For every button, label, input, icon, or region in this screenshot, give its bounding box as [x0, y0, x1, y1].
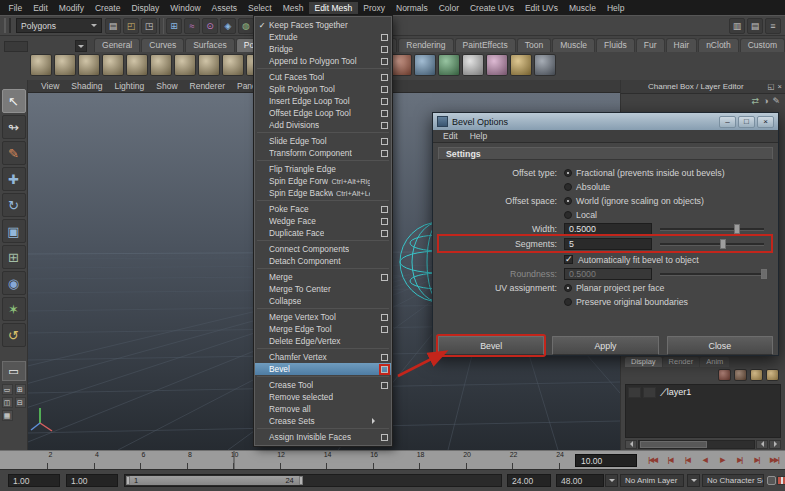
menu-item[interactable]: Remove selected — [255, 391, 391, 403]
menu-bar-item[interactable]: Help — [601, 2, 629, 14]
attribute-editor-toggle-icon[interactable]: ▥ — [729, 18, 745, 34]
poly-plane-icon[interactable] — [126, 54, 148, 76]
new-empty-layer-icon[interactable] — [750, 369, 763, 381]
open-scene-icon[interactable]: ◰ — [123, 18, 139, 34]
shelf-tab[interactable]: Toon — [517, 38, 551, 52]
menu-bar-item[interactable]: Window — [165, 2, 206, 14]
menu-item[interactable] — [257, 268, 389, 269]
menu-item[interactable] — [257, 160, 389, 161]
single-pane-layout-button[interactable]: ▭ — [2, 361, 26, 381]
poly-cylinder-icon[interactable] — [78, 54, 100, 76]
menu-item[interactable] — [257, 308, 389, 309]
menu-bar-item[interactable]: Mesh — [277, 2, 309, 14]
menu-item[interactable] — [257, 200, 389, 201]
menu-bar-item[interactable]: Edit — [28, 2, 54, 14]
shelf-tab[interactable]: PaintEffects — [455, 38, 516, 52]
snap-to-plane-icon[interactable]: ◈ — [220, 18, 236, 34]
step-back-key-button[interactable]: |◀ — [679, 453, 696, 467]
scrollbar-track[interactable] — [638, 440, 755, 449]
option-box-icon[interactable] — [381, 326, 388, 333]
shelf-tab[interactable]: Fur — [636, 38, 665, 52]
layer-visibility-cell[interactable] — [628, 387, 641, 398]
option-box-icon[interactable] — [381, 110, 388, 117]
tool-settings-toggle-icon[interactable]: ▤ — [747, 18, 763, 34]
width-slider[interactable] — [660, 223, 764, 235]
auto-keyframe-toggle-icon[interactable] — [767, 476, 776, 485]
menu-item[interactable]: Flip Triangle Edge — [255, 163, 391, 175]
channel-box-toggle-icon[interactable]: ≡ — [765, 18, 781, 34]
option-box-icon[interactable] — [381, 46, 388, 53]
poly-cone-icon[interactable] — [102, 54, 124, 76]
menu-item[interactable]: Add Divisions — [255, 119, 391, 131]
close-button[interactable]: × — [757, 116, 774, 128]
poly-prism-icon[interactable] — [174, 54, 196, 76]
menu-item[interactable]: Delete Edge/Vertex — [255, 335, 391, 347]
dialog-title-bar[interactable]: Bevel Options –□× — [433, 113, 778, 130]
panel-menu-item[interactable]: Lighting — [109, 81, 149, 91]
width-slider-handle[interactable] — [734, 224, 740, 234]
current-time-field[interactable]: 10.00 — [575, 454, 637, 467]
menu-item[interactable]: Spin Edge Forward Ctrl+Alt+Right — [255, 175, 391, 187]
option-box-icon[interactable] — [381, 218, 388, 225]
new-layer-from-selected-icon[interactable] — [766, 369, 779, 381]
playback-end-field[interactable]: 24.00 — [507, 474, 551, 487]
option-box-icon[interactable] — [381, 58, 388, 65]
shelf-tab[interactable]: Rendering — [398, 38, 453, 52]
step-back-frame-button[interactable]: |◀ — [661, 453, 678, 467]
selection-mode-dropdown[interactable]: Polygons — [16, 18, 102, 33]
playback-range[interactable]: 1 24 — [126, 476, 303, 485]
animation-preferences-icon[interactable] — [777, 476, 785, 485]
anim-layer-selector[interactable]: No Anim Layer — [620, 474, 684, 487]
play-backwards-button[interactable]: ◀ — [696, 453, 713, 467]
offset-space-world-radio[interactable] — [564, 197, 572, 205]
close-panel-icon[interactable]: × — [778, 82, 782, 91]
current-frame-marker[interactable] — [233, 451, 235, 470]
menu-bar-item[interactable]: Muscle — [563, 2, 601, 14]
status-line-grip[interactable] — [4, 18, 11, 33]
scroll-left-button[interactable] — [625, 440, 637, 449]
shelf-tab[interactable]: Muscle — [552, 38, 595, 52]
panel-menu-item[interactable]: View — [36, 81, 64, 91]
menu-item[interactable]: Merge — [255, 271, 391, 283]
range-start-handle[interactable] — [126, 476, 130, 485]
snap-to-curve-icon[interactable]: ≈ — [184, 18, 200, 34]
range-slider[interactable]: 1 24 — [124, 474, 502, 487]
shelf-tab[interactable]: Curves — [141, 38, 184, 52]
single-pane-layout-button[interactable]: ▭ — [2, 384, 13, 395]
new-scene-icon[interactable]: ▤ — [105, 18, 121, 34]
menu-bar-item[interactable]: Select — [243, 2, 278, 14]
minimize-button[interactable]: – — [719, 116, 736, 128]
option-box-icon[interactable] — [381, 366, 388, 373]
sculpt-geometry-icon[interactable] — [390, 54, 412, 76]
menu-item[interactable]: Split Polygon Tool — [255, 83, 391, 95]
menu-item[interactable] — [257, 68, 389, 69]
hyperbolic-edit-icon[interactable]: ✎ — [772, 96, 780, 108]
option-box-icon[interactable] — [381, 206, 388, 213]
menu-item[interactable]: Connect Components — [255, 243, 391, 255]
menu-bar-item[interactable]: Color — [433, 2, 464, 14]
option-box-icon[interactable] — [381, 150, 388, 157]
menu-item[interactable]: Detach Component — [255, 255, 391, 267]
layer-name[interactable]: layer1 — [667, 387, 692, 397]
menu-item[interactable]: Crease Tool — [255, 379, 391, 391]
menu-item[interactable]: Assign Invisible Faces — [255, 431, 391, 443]
menu-bar-item[interactable]: File — [3, 2, 28, 14]
segments-slider-handle[interactable] — [720, 239, 726, 249]
menu-item[interactable]: Offset Edge Loop Tool — [255, 107, 391, 119]
option-box-icon[interactable] — [381, 122, 388, 129]
select-tool[interactable]: ↖ — [2, 89, 26, 113]
scroll-left-button[interactable] — [756, 440, 768, 449]
menu-item[interactable]: Keep Faces Together — [255, 19, 391, 31]
playback-start-field[interactable]: 1.00 — [66, 474, 118, 487]
menu-item[interactable]: Cut Faces Tool — [255, 71, 391, 83]
menu-bar-item[interactable]: Normals — [391, 2, 434, 14]
paint-weights-icon[interactable] — [510, 54, 532, 76]
paint-selection-tool[interactable]: ✎ — [2, 141, 26, 165]
menu-item[interactable]: Bridge — [255, 43, 391, 55]
menu-bar-item[interactable]: Proxy — [358, 2, 391, 14]
shelf-tab[interactable]: General — [94, 38, 140, 52]
time-slider-bar[interactable]: 24681012141618202224 — [2, 451, 560, 470]
assign-material-icon[interactable] — [534, 54, 556, 76]
menu-item[interactable]: Merge Vertex Tool — [255, 311, 391, 323]
option-box-icon[interactable] — [381, 138, 388, 145]
